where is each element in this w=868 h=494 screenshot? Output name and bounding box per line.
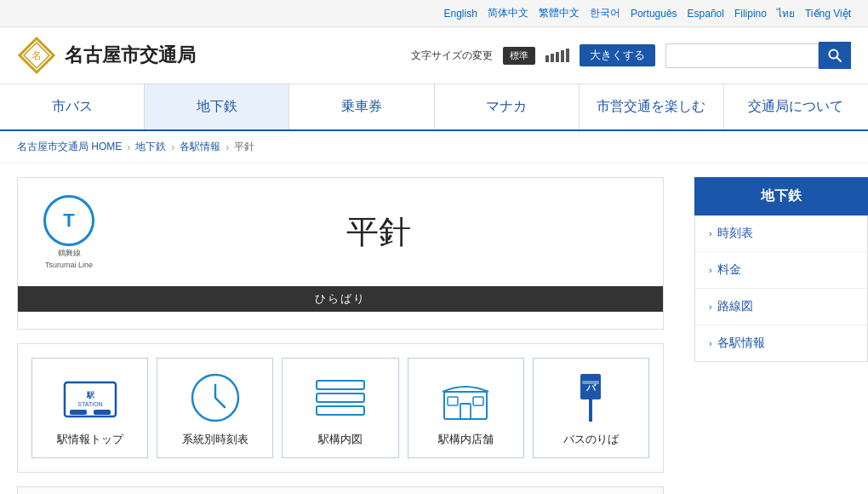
sidebar: 地下鉄 › 時刻表 › 料金 › 路線図 › 各駅情報 <box>681 164 868 494</box>
tab-about[interactable]: 交通局について <box>724 84 868 129</box>
extra-card <box>17 486 664 494</box>
font-standard-button[interactable]: 標準 <box>503 47 535 65</box>
lang-vietnamese[interactable]: Tiếng Việt <box>805 8 851 20</box>
station-top-icon: 駅 STATION <box>60 372 120 423</box>
lang-thai[interactable]: ไทย <box>777 5 795 21</box>
svg-text:駅: 駅 <box>85 391 94 399</box>
main-layout: T 鶴舞線 Tsurumai Line 平針 ひらばり 駅 STATION <box>0 164 868 494</box>
service-label-shops: 駅構内店舗 <box>438 432 494 447</box>
breadcrumb-subway[interactable]: 地下鉄 <box>135 140 166 154</box>
service-shops[interactable]: 駅構内店舗 <box>408 358 524 458</box>
logo-area: 名 名古屋市交通局 <box>17 36 394 75</box>
svg-rect-8 <box>70 410 87 415</box>
svg-rect-22 <box>582 381 599 384</box>
tab-bus[interactable]: 市バス <box>0 84 145 129</box>
content-area: T 鶴舞線 Tsurumai Line 平針 ひらばり 駅 STATION <box>0 164 681 494</box>
svg-text:STATION: STATION <box>77 401 102 407</box>
tab-enjoy[interactable]: 市営交通を楽しむ <box>580 84 724 129</box>
lang-english[interactable]: English <box>444 8 477 20</box>
bus-sign-icon: バ <box>575 372 606 423</box>
site-header: 名 名古屋市交通局 文字サイズの変更 標準 大きくする <box>0 27 868 84</box>
chevron-right-icon-2: › <box>709 265 712 275</box>
breadcrumb-sep-3: › <box>226 141 229 153</box>
service-label-station-map: 駅構内図 <box>318 432 363 447</box>
lang-filipino[interactable]: Filipino <box>734 8 767 20</box>
chevron-right-icon-3: › <box>709 302 712 312</box>
search-button[interactable] <box>819 42 851 69</box>
lang-traditional-chinese[interactable]: 繁體中文 <box>539 6 580 20</box>
sidebar-item-fare-label: 料金 <box>717 262 741 278</box>
sidebar-nav: › 時刻表 › 料金 › 路線図 › 各駅情報 <box>694 215 868 362</box>
sidebar-item-stations[interactable]: › 各駅情報 <box>695 325 867 361</box>
site-name: 名古屋市交通局 <box>65 43 196 68</box>
svg-rect-11 <box>317 381 364 389</box>
service-grid: 駅 STATION 駅情報トップ 系統別時刻表 <box>17 343 664 473</box>
lang-portuguese[interactable]: Português <box>631 8 677 20</box>
svg-rect-13 <box>317 406 364 415</box>
breadcrumb-sep-1: › <box>127 141 130 153</box>
station-extra <box>18 312 663 329</box>
station-map-icon <box>311 372 370 423</box>
svg-rect-16 <box>448 397 458 405</box>
lang-korean[interactable]: 한국어 <box>590 6 620 20</box>
chevron-right-icon-4: › <box>709 338 712 348</box>
sidebar-item-route-label: 路線図 <box>717 299 753 314</box>
timetable-icon <box>186 372 245 423</box>
breadcrumb: 名古屋市交通局 HOME › 地下鉄 › 各駅情報 › 平針 <box>0 131 868 164</box>
service-label-station-top: 駅情報トップ <box>57 432 123 447</box>
line-circle: T <box>43 195 94 246</box>
svg-rect-12 <box>317 393 364 402</box>
shop-icon <box>437 373 494 422</box>
font-size-label: 文字サイズの変更 <box>411 49 493 63</box>
font-large-button[interactable]: 大きくする <box>580 44 655 66</box>
svg-rect-9 <box>94 410 111 415</box>
service-label-timetable: 系統別時刻表 <box>182 432 248 447</box>
station-card: T 鶴舞線 Tsurumai Line 平針 ひらばり <box>17 177 664 330</box>
tab-tickets[interactable]: 乗車券 <box>289 84 434 129</box>
svg-rect-17 <box>473 397 483 405</box>
tab-manaca[interactable]: マナカ <box>435 84 580 129</box>
sidebar-title: 地下鉄 <box>694 177 868 215</box>
chevron-right-icon: › <box>709 228 712 238</box>
svg-rect-15 <box>460 404 471 419</box>
site-logo-icon: 名 <box>17 36 56 75</box>
service-station-map[interactable]: 駅構内図 <box>282 358 398 458</box>
tab-subway[interactable]: 地下鉄 <box>145 84 289 129</box>
breadcrumb-home[interactable]: 名古屋市交通局 HOME <box>17 140 122 154</box>
breadcrumb-sep-2: › <box>171 141 174 153</box>
map-layers-icon <box>311 376 369 420</box>
main-navigation: 市バス 地下鉄 乗車券 マナカ 市営交通を楽しむ 交通局について <box>0 84 868 131</box>
station-header: T 鶴舞線 Tsurumai Line 平針 <box>18 178 663 286</box>
breadcrumb-stations[interactable]: 各駅情報 <box>180 140 220 154</box>
breadcrumb-current: 平針 <box>234 140 254 154</box>
shops-icon <box>436 372 495 423</box>
bus-stop-icon: バ <box>561 372 620 423</box>
service-bus-stop[interactable]: バ バスのりば <box>533 358 649 458</box>
service-label-bus-stop: バスのりば <box>563 432 619 447</box>
service-station-top[interactable]: 駅 STATION 駅情報トップ <box>31 358 148 458</box>
line-name-en: Tsurumai Line <box>45 261 93 269</box>
search-icon <box>827 48 842 63</box>
sidebar-item-timetable[interactable]: › 時刻表 <box>695 215 867 252</box>
lang-simplified-chinese[interactable]: 简体中文 <box>488 6 528 20</box>
service-timetable[interactable]: 系統別時刻表 <box>157 358 273 458</box>
lang-spanish[interactable]: Español <box>688 8 724 20</box>
sidebar-item-stations-label: 各駅情報 <box>717 336 765 351</box>
clock-icon <box>189 371 242 424</box>
station-icon: 駅 STATION <box>61 374 119 422</box>
station-reading-bar: ひらばり <box>18 286 663 312</box>
font-size-bars-icon <box>545 49 569 62</box>
header-controls: 文字サイズの変更 標準 大きくする <box>411 42 851 69</box>
line-initial: T <box>63 210 74 232</box>
sidebar-item-route-map[interactable]: › 路線図 <box>695 289 867 325</box>
svg-line-4 <box>837 57 841 61</box>
language-bar: English 简体中文 繁體中文 한국어 Português Español … <box>0 0 868 27</box>
sidebar-item-timetable-label: 時刻表 <box>717 226 753 241</box>
tsurumai-line-logo: T 鶴舞線 Tsurumai Line <box>43 195 94 269</box>
sidebar-item-fare[interactable]: › 料金 <box>695 252 867 289</box>
line-name-jp: 鶴舞線 <box>58 248 81 259</box>
svg-text:名: 名 <box>31 49 42 61</box>
station-name: 平針 <box>120 210 637 254</box>
search-bar <box>665 42 851 69</box>
search-input[interactable] <box>665 43 819 68</box>
